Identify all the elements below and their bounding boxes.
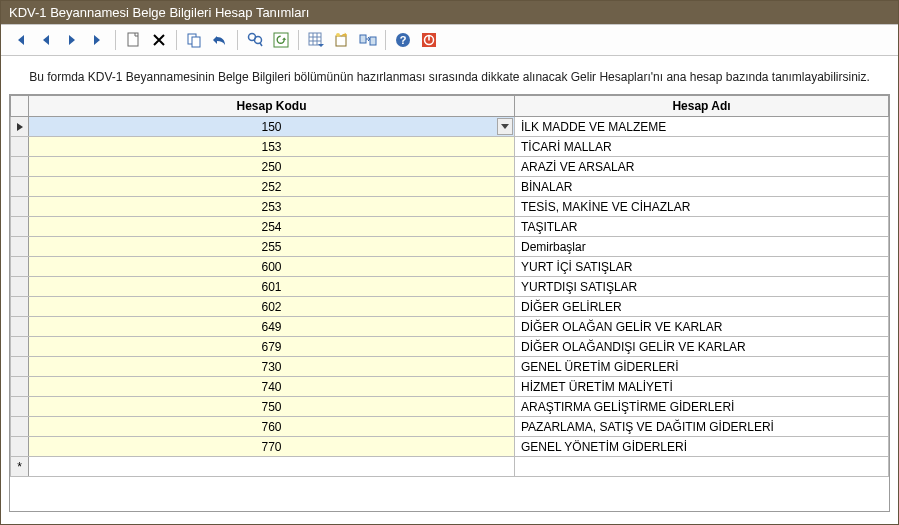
refresh-button[interactable] [268, 28, 294, 52]
window-title: KDV-1 Beyannamesi Belge Bilgileri Hesap … [9, 5, 309, 20]
account-code-cell[interactable]: 252 [29, 177, 515, 197]
svg-rect-14 [360, 35, 366, 43]
row-indicator [11, 357, 29, 377]
svg-rect-2 [192, 37, 200, 47]
account-code-cell[interactable]: 730 [29, 357, 515, 377]
svg-line-5 [260, 43, 262, 46]
account-code-cell[interactable]: 253 [29, 197, 515, 217]
account-name-cell[interactable]: HİZMET ÜRETİM MALİYETİ [515, 377, 889, 397]
form-description: Bu formda KDV-1 Beyannamesinin Belge Bil… [1, 56, 898, 94]
row-indicator [11, 337, 29, 357]
table-row[interactable]: 730GENEL ÜRETİM GİDERLERİ [11, 357, 889, 377]
new-button[interactable] [120, 28, 146, 52]
account-name-cell[interactable]: ARAZİ VE ARSALAR [515, 157, 889, 177]
account-name-cell[interactable]: TİCARİ MALLAR [515, 137, 889, 157]
table-row[interactable]: 252BİNALAR [11, 177, 889, 197]
row-indicator [11, 197, 29, 217]
column-header-code[interactable]: Hesap Kodu [29, 96, 515, 117]
table-row[interactable]: 153TİCARİ MALLAR [11, 137, 889, 157]
account-code-cell[interactable]: 601 [29, 277, 515, 297]
row-indicator [11, 397, 29, 417]
svg-rect-15 [370, 37, 376, 45]
find-button[interactable] [242, 28, 268, 52]
account-code-cell[interactable]: 770 [29, 437, 515, 457]
account-name-cell[interactable]: ARAŞTIRMA GELİŞTİRME GİDERLERİ [515, 397, 889, 417]
help-button[interactable]: ? [390, 28, 416, 52]
account-name-cell[interactable]: YURTDIŞI SATIŞLAR [515, 277, 889, 297]
row-indicator [11, 417, 29, 437]
row-indicator [11, 257, 29, 277]
row-indicator [11, 277, 29, 297]
row-indicator [11, 117, 29, 137]
nav-first-button[interactable] [7, 28, 33, 52]
row-indicator [11, 437, 29, 457]
row-indicator [11, 317, 29, 337]
account-code-cell[interactable]: 250 [29, 157, 515, 177]
account-code-cell[interactable]: 153 [29, 137, 515, 157]
account-code-cell[interactable]: 649 [29, 317, 515, 337]
account-code-cell[interactable]: 255 [29, 237, 515, 257]
account-name-cell[interactable]: DİĞER OLAĞAN GELİR VE KARLAR [515, 317, 889, 337]
nav-next-button[interactable] [59, 28, 85, 52]
table-row[interactable]: 750ARAŞTIRMA GELİŞTİRME GİDERLERİ [11, 397, 889, 417]
account-name-cell[interactable]: DİĞER OLAĞANDIŞI GELİR VE KARLAR [515, 337, 889, 357]
table-row[interactable]: 740HİZMET ÜRETİM MALİYETİ [11, 377, 889, 397]
copy-button[interactable] [181, 28, 207, 52]
table-row[interactable]: 649DİĞER OLAĞAN GELİR VE KARLAR [11, 317, 889, 337]
undo-button[interactable] [207, 28, 233, 52]
table-row[interactable]: 255Demirbaşlar [11, 237, 889, 257]
account-name-cell[interactable]: GENEL ÜRETİM GİDERLERİ [515, 357, 889, 377]
grid-options-button[interactable] [303, 28, 329, 52]
table-row[interactable]: 601YURTDIŞI SATIŞLAR [11, 277, 889, 297]
row-indicator [11, 217, 29, 237]
account-name-cell[interactable] [515, 457, 889, 477]
account-name-cell[interactable]: YURT İÇİ SATIŞLAR [515, 257, 889, 277]
account-name-cell[interactable]: PAZARLAMA, SATIŞ VE DAĞITIM GİDERLERİ [515, 417, 889, 437]
table-row[interactable]: 770GENEL YÖNETİM GİDERLERİ [11, 437, 889, 457]
account-name-cell[interactable]: TAŞITLAR [515, 217, 889, 237]
nav-last-button[interactable] [85, 28, 111, 52]
table-row[interactable]: 602DİĞER GELİRLER [11, 297, 889, 317]
row-indicator [11, 237, 29, 257]
delete-button[interactable] [146, 28, 172, 52]
table-row[interactable]: 150İLK MADDE VE MALZEME [11, 117, 889, 137]
new-row[interactable]: * [11, 457, 889, 477]
table-row[interactable]: 250ARAZİ VE ARSALAR [11, 157, 889, 177]
code-dropdown-button[interactable] [497, 118, 513, 135]
export-button[interactable] [329, 28, 355, 52]
nav-prev-button[interactable] [33, 28, 59, 52]
account-code-cell[interactable] [29, 457, 515, 477]
account-code-cell[interactable]: 740 [29, 377, 515, 397]
account-name-cell[interactable]: GENEL YÖNETİM GİDERLERİ [515, 437, 889, 457]
account-code-cell[interactable]: 750 [29, 397, 515, 417]
account-code-cell[interactable]: 254 [29, 217, 515, 237]
svg-rect-7 [309, 33, 321, 45]
accounts-grid[interactable]: Hesap Kodu Hesap Adı 150İLK MADDE VE MAL… [9, 94, 890, 512]
svg-rect-0 [128, 33, 138, 46]
table-row[interactable]: 679DİĞER OLAĞANDIŞI GELİR VE KARLAR [11, 337, 889, 357]
transfer-button[interactable] [355, 28, 381, 52]
column-header-name[interactable]: Hesap Adı [515, 96, 889, 117]
toolbar: ? [1, 24, 898, 56]
svg-rect-6 [274, 33, 288, 47]
table-row[interactable]: 254TAŞITLAR [11, 217, 889, 237]
row-indicator [11, 137, 29, 157]
account-name-cell[interactable]: Demirbaşlar [515, 237, 889, 257]
account-code-cell[interactable]: 150 [29, 117, 515, 137]
account-code-cell[interactable]: 679 [29, 337, 515, 357]
account-name-cell[interactable]: TESİS, MAKİNE VE CİHAZLAR [515, 197, 889, 217]
toolbar-separator [298, 30, 299, 50]
table-row[interactable]: 760PAZARLAMA, SATIŞ VE DAĞITIM GİDERLERİ [11, 417, 889, 437]
account-name-cell[interactable]: BİNALAR [515, 177, 889, 197]
new-row-indicator: * [11, 457, 29, 477]
table-row[interactable]: 600YURT İÇİ SATIŞLAR [11, 257, 889, 277]
account-name-cell[interactable]: DİĞER GELİRLER [515, 297, 889, 317]
close-button[interactable] [416, 28, 442, 52]
table-row[interactable]: 253TESİS, MAKİNE VE CİHAZLAR [11, 197, 889, 217]
account-code-cell[interactable]: 760 [29, 417, 515, 437]
account-code-cell[interactable]: 600 [29, 257, 515, 277]
account-name-cell[interactable]: İLK MADDE VE MALZEME [515, 117, 889, 137]
toolbar-separator [385, 30, 386, 50]
account-code-cell[interactable]: 602 [29, 297, 515, 317]
toolbar-separator [176, 30, 177, 50]
